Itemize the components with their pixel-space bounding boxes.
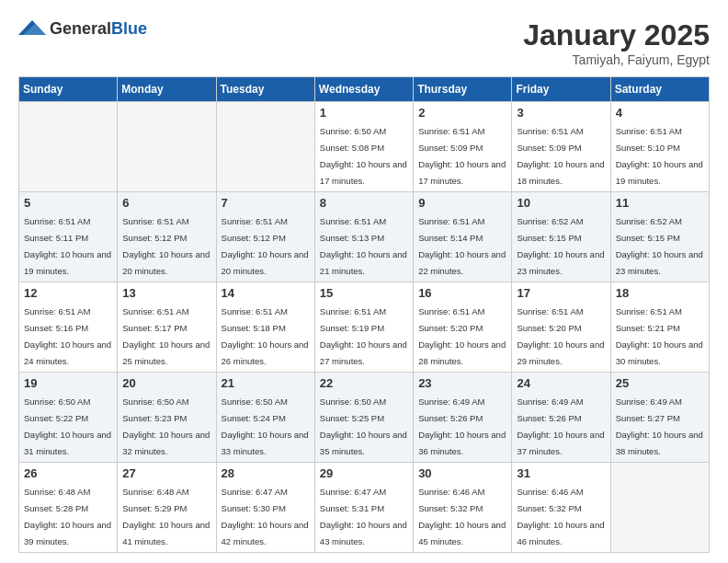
day-number: 22	[320, 376, 408, 390]
day-number: 9	[418, 196, 506, 210]
calendar-day-cell: 29Sunrise: 6:47 AMSunset: 5:31 PMDayligh…	[314, 463, 413, 553]
day-number: 4	[616, 106, 704, 120]
day-number: 10	[517, 196, 605, 210]
day-number: 1	[320, 106, 408, 120]
calendar-day-cell: 15Sunrise: 6:51 AMSunset: 5:19 PMDayligh…	[314, 282, 413, 373]
day-number: 29	[320, 466, 408, 480]
calendar-day-cell: 7Sunrise: 6:51 AMSunset: 5:12 PMDaylight…	[216, 192, 314, 282]
day-info: Sunrise: 6:50 AMSunset: 5:25 PMDaylight:…	[320, 396, 407, 456]
day-number: 14	[222, 286, 310, 300]
day-info: Sunrise: 6:51 AMSunset: 5:12 PMDaylight:…	[222, 216, 309, 276]
calendar-day-cell: 19Sunrise: 6:50 AMSunset: 5:22 PMDayligh…	[19, 373, 118, 463]
day-info: Sunrise: 6:52 AMSunset: 5:15 PMDaylight:…	[616, 216, 703, 276]
calendar-day-cell: 10Sunrise: 6:52 AMSunset: 5:15 PMDayligh…	[512, 192, 610, 282]
calendar-day-cell: 8Sunrise: 6:51 AMSunset: 5:13 PMDaylight…	[314, 192, 413, 282]
day-info: Sunrise: 6:51 AMSunset: 5:14 PMDaylight:…	[418, 216, 506, 276]
calendar-day-cell: 21Sunrise: 6:50 AMSunset: 5:24 PMDayligh…	[216, 373, 314, 463]
day-number: 28	[222, 466, 310, 480]
calendar-day-cell	[118, 102, 216, 192]
day-number: 8	[320, 196, 408, 210]
calendar-day-cell: 14Sunrise: 6:51 AMSunset: 5:18 PMDayligh…	[216, 282, 314, 373]
calendar-day-cell	[19, 102, 118, 192]
day-info: Sunrise: 6:50 AMSunset: 5:24 PMDaylight:…	[222, 396, 309, 456]
calendar-day-cell	[610, 463, 709, 553]
day-number: 5	[24, 196, 112, 210]
day-number: 20	[122, 376, 210, 390]
day-info: Sunrise: 6:48 AMSunset: 5:28 PMDaylight:…	[24, 487, 111, 546]
logo-general: General	[50, 19, 111, 38]
day-info: Sunrise: 6:51 AMSunset: 5:09 PMDaylight:…	[418, 126, 506, 186]
day-info: Sunrise: 6:51 AMSunset: 5:16 PMDaylight:…	[24, 306, 111, 366]
day-number: 6	[122, 196, 210, 210]
calendar-day-cell: 13Sunrise: 6:51 AMSunset: 5:17 PMDayligh…	[118, 282, 216, 373]
weekday-header-row: SundayMondayTuesdayWednesdayThursdayFrid…	[19, 77, 710, 102]
day-info: Sunrise: 6:51 AMSunset: 5:12 PMDaylight:…	[122, 216, 210, 276]
day-number: 2	[418, 106, 506, 120]
day-info: Sunrise: 6:49 AMSunset: 5:26 PMDaylight:…	[517, 396, 604, 456]
weekday-header: Saturday	[610, 77, 709, 102]
calendar-week-row: 5Sunrise: 6:51 AMSunset: 5:11 PMDaylight…	[19, 192, 710, 282]
day-number: 15	[320, 286, 408, 300]
day-number: 26	[24, 466, 112, 480]
day-number: 13	[122, 286, 210, 300]
day-info: Sunrise: 6:49 AMSunset: 5:26 PMDaylight:…	[418, 396, 506, 456]
calendar-day-cell: 24Sunrise: 6:49 AMSunset: 5:26 PMDayligh…	[512, 373, 610, 463]
day-info: Sunrise: 6:51 AMSunset: 5:17 PMDaylight:…	[122, 306, 210, 366]
day-info: Sunrise: 6:50 AMSunset: 5:08 PMDaylight:…	[320, 126, 407, 186]
logo: GeneralBlue	[18, 18, 147, 39]
day-number: 7	[222, 196, 310, 210]
day-number: 23	[418, 376, 506, 390]
logo-blue: Blue	[111, 19, 147, 38]
calendar-title: January 2025	[523, 18, 710, 52]
calendar-week-row: 19Sunrise: 6:50 AMSunset: 5:22 PMDayligh…	[19, 373, 710, 463]
weekday-header: Tuesday	[216, 77, 314, 102]
day-info: Sunrise: 6:52 AMSunset: 5:15 PMDaylight:…	[517, 216, 604, 276]
calendar-week-row: 1Sunrise: 6:50 AMSunset: 5:08 PMDaylight…	[19, 102, 710, 192]
day-info: Sunrise: 6:51 AMSunset: 5:20 PMDaylight:…	[418, 306, 506, 366]
day-info: Sunrise: 6:46 AMSunset: 5:32 PMDaylight:…	[517, 487, 604, 546]
day-info: Sunrise: 6:51 AMSunset: 5:19 PMDaylight:…	[320, 306, 407, 366]
day-number: 30	[418, 466, 506, 480]
weekday-header: Thursday	[414, 77, 512, 102]
day-number: 25	[616, 376, 704, 390]
day-info: Sunrise: 6:47 AMSunset: 5:30 PMDaylight:…	[222, 487, 309, 546]
day-number: 31	[517, 466, 605, 480]
calendar-table: SundayMondayTuesdayWednesdayThursdayFrid…	[18, 76, 710, 553]
day-info: Sunrise: 6:51 AMSunset: 5:09 PMDaylight:…	[517, 126, 604, 186]
day-number: 19	[24, 376, 112, 390]
day-info: Sunrise: 6:49 AMSunset: 5:27 PMDaylight:…	[616, 396, 703, 456]
calendar-day-cell: 11Sunrise: 6:52 AMSunset: 5:15 PMDayligh…	[610, 192, 709, 282]
logo-icon	[18, 18, 46, 39]
calendar-day-cell: 17Sunrise: 6:51 AMSunset: 5:20 PMDayligh…	[512, 282, 610, 373]
weekday-header: Monday	[118, 77, 216, 102]
calendar-day-cell: 4Sunrise: 6:51 AMSunset: 5:10 PMDaylight…	[610, 102, 709, 192]
logo-text: GeneralBlue	[50, 19, 147, 39]
title-section: January 2025 Tamiyah, Faiyum, Egypt	[523, 18, 710, 67]
day-number: 16	[418, 286, 506, 300]
day-number: 17	[517, 286, 605, 300]
day-info: Sunrise: 6:51 AMSunset: 5:11 PMDaylight:…	[24, 216, 111, 276]
day-number: 21	[222, 376, 310, 390]
calendar-day-cell: 25Sunrise: 6:49 AMSunset: 5:27 PMDayligh…	[610, 373, 709, 463]
calendar-week-row: 12Sunrise: 6:51 AMSunset: 5:16 PMDayligh…	[19, 282, 710, 373]
calendar-day-cell: 1Sunrise: 6:50 AMSunset: 5:08 PMDaylight…	[314, 102, 413, 192]
calendar-day-cell: 20Sunrise: 6:50 AMSunset: 5:23 PMDayligh…	[118, 373, 216, 463]
day-number: 3	[517, 106, 605, 120]
calendar-day-cell	[216, 102, 314, 192]
day-info: Sunrise: 6:48 AMSunset: 5:29 PMDaylight:…	[122, 487, 210, 546]
weekday-header: Sunday	[19, 77, 118, 102]
calendar-day-cell: 18Sunrise: 6:51 AMSunset: 5:21 PMDayligh…	[610, 282, 709, 373]
day-number: 24	[517, 376, 605, 390]
weekday-header: Wednesday	[314, 77, 413, 102]
calendar-day-cell: 27Sunrise: 6:48 AMSunset: 5:29 PMDayligh…	[118, 463, 216, 553]
header: GeneralBlue January 2025 Tamiyah, Faiyum…	[18, 18, 710, 67]
day-info: Sunrise: 6:51 AMSunset: 5:18 PMDaylight:…	[222, 306, 309, 366]
calendar-day-cell: 28Sunrise: 6:47 AMSunset: 5:30 PMDayligh…	[216, 463, 314, 553]
calendar-day-cell: 31Sunrise: 6:46 AMSunset: 5:32 PMDayligh…	[512, 463, 610, 553]
calendar-day-cell: 16Sunrise: 6:51 AMSunset: 5:20 PMDayligh…	[414, 282, 512, 373]
day-number: 12	[24, 286, 112, 300]
calendar-week-row: 26Sunrise: 6:48 AMSunset: 5:28 PMDayligh…	[19, 463, 710, 553]
calendar-day-cell: 3Sunrise: 6:51 AMSunset: 5:09 PMDaylight…	[512, 102, 610, 192]
day-info: Sunrise: 6:51 AMSunset: 5:13 PMDaylight:…	[320, 216, 407, 276]
day-info: Sunrise: 6:46 AMSunset: 5:32 PMDaylight:…	[418, 487, 506, 546]
